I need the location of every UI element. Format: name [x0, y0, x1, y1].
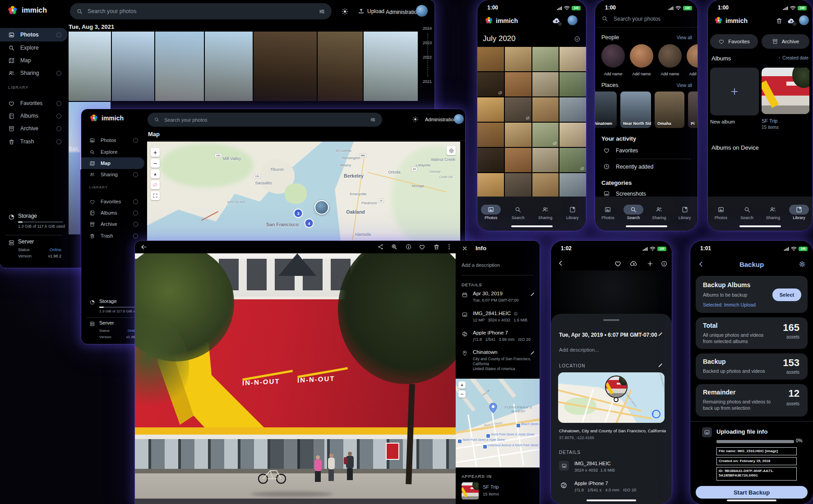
edit-date-icon[interactable]: [530, 292, 535, 297]
edit-date-icon[interactable]: [657, 331, 663, 337]
photo-thumbnail[interactable]: [477, 123, 504, 147]
archive-button[interactable]: Archive: [762, 34, 809, 49]
recently-added-row[interactable]: Recently added: [595, 162, 698, 173]
sidebar-item-photos[interactable]: Photos: [81, 134, 144, 146]
add-description-field[interactable]: Add description...: [559, 347, 599, 353]
places-view-all-link[interactable]: View all: [677, 83, 692, 88]
add-name-label[interactable]: Add name: [658, 72, 682, 76]
photo-thumbnail[interactable]: [477, 47, 504, 71]
file-info-icon[interactable]: [513, 312, 518, 316]
nav-item-photos[interactable]: Photos: [481, 205, 501, 220]
photo-thumbnail[interactable]: [532, 72, 559, 96]
new-album-card[interactable]: [710, 68, 759, 115]
photo-thumbnail[interactable]: [477, 97, 504, 122]
zoom-out-button[interactable]: −: [458, 390, 466, 398]
add-name-label[interactable]: Add name: [687, 72, 698, 76]
zoom-in-button[interactable]: +: [458, 381, 466, 389]
home-indicator[interactable]: [739, 225, 781, 227]
delete-icon[interactable]: [433, 243, 440, 250]
album-name[interactable]: SF Trip: [762, 118, 777, 124]
album-cover[interactable]: [462, 482, 479, 499]
photo-thumbnail[interactable]: [477, 72, 504, 96]
add-name-label[interactable]: Add name: [630, 72, 653, 76]
place-card[interactable]: Chinatown: [595, 92, 617, 128]
sidebar-item-explore[interactable]: Explore: [0, 41, 68, 55]
sync-cloud-button[interactable]: [552, 17, 561, 25]
filter-sliders-icon[interactable]: [370, 117, 376, 123]
sync-cloud-button[interactable]: [787, 17, 795, 25]
album-cover[interactable]: [762, 68, 809, 114]
zoom-icon[interactable]: [391, 243, 397, 250]
sidebar-item-explore[interactable]: Explore: [81, 146, 144, 158]
map-settings-button[interactable]: [447, 146, 456, 155]
photo-thumbnail[interactable]: [559, 72, 586, 96]
photo-thumbnail[interactable]: [532, 123, 559, 147]
sidebar-item-trash[interactable]: Trash: [81, 230, 144, 242]
share-icon[interactable]: [377, 243, 384, 250]
start-backup-button[interactable]: Start Backup: [696, 486, 808, 499]
sidebar-item-albums[interactable]: Albums: [81, 207, 144, 219]
add-name-label[interactable]: Add name: [601, 72, 625, 76]
person-item[interactable]: Add name: [630, 44, 653, 76]
sidebar-item-map[interactable]: Map: [81, 157, 144, 169]
favorites-row[interactable]: Favorites: [595, 146, 698, 157]
info-icon[interactable]: [661, 260, 668, 267]
place-card[interactable]: Omaha: [655, 92, 684, 128]
nav-item-search[interactable]: Search: [624, 205, 643, 220]
close-icon[interactable]: [462, 245, 468, 252]
photo-thumbnail[interactable]: [254, 32, 317, 101]
settings-gear-icon[interactable]: [799, 261, 806, 268]
map-info-icon[interactable]: i: [652, 410, 661, 418]
select-all-icon[interactable]: [574, 36, 581, 42]
favorites-button[interactable]: Favorites: [710, 34, 758, 49]
nav-item-search[interactable]: Search: [737, 205, 757, 220]
filter-sliders-icon[interactable]: [319, 8, 325, 15]
map-photo-marker[interactable]: [314, 200, 329, 215]
photo-thumbnail[interactable]: [505, 97, 531, 122]
administration-link[interactable]: Administration: [425, 117, 457, 122]
photo-map-marker[interactable]: [605, 376, 628, 402]
sidebar-item-archive[interactable]: Archive: [81, 218, 144, 230]
photo-thumbnail[interactable]: [532, 97, 559, 122]
photo-thumbnail[interactable]: [559, 123, 586, 147]
favorite-icon[interactable]: [419, 243, 425, 250]
search-input[interactable]: Search your photos: [601, 15, 661, 22]
nav-item-library[interactable]: Library: [789, 205, 809, 220]
photo-thumbnail[interactable]: [505, 123, 531, 147]
place-card[interactable]: Pi: [688, 92, 698, 128]
nav-item-sharing[interactable]: Sharing: [649, 205, 669, 220]
photo-thumbnail[interactable]: [559, 47, 586, 71]
back-icon[interactable]: [140, 243, 148, 251]
sidebar-item-sharing[interactable]: Sharing: [81, 169, 144, 180]
nav-item-library[interactable]: Library: [563, 205, 582, 220]
edit-location-icon[interactable]: [657, 362, 663, 368]
heatmap-toggle-button[interactable]: [151, 180, 160, 189]
compass-button[interactable]: ▲: [151, 170, 160, 179]
album-name[interactable]: SF Trip: [483, 484, 499, 490]
map-cluster-marker[interactable]: 3: [294, 209, 303, 218]
back-chevron-icon[interactable]: [557, 260, 564, 267]
sort-button[interactable]: ↑ Created date: [778, 55, 808, 60]
edit-location-icon[interactable]: [530, 350, 535, 356]
photo-main[interactable]: IN-N-OUT IN-N-OUT: [135, 253, 456, 504]
timeline-year[interactable]: 2022: [423, 55, 432, 60]
photo-preview-dark[interactable]: [551, 270, 672, 314]
photo-thumbnail[interactable]: [112, 32, 154, 101]
sidebar-item-archive[interactable]: Archive: [0, 122, 68, 135]
timeline-year[interactable]: 2021: [423, 79, 432, 84]
zoom-in-button[interactable]: +: [151, 148, 160, 157]
photo-thumbnail[interactable]: [532, 148, 559, 172]
nav-item-sharing[interactable]: Sharing: [763, 205, 783, 220]
nav-item-library[interactable]: Library: [675, 205, 695, 220]
trash-icon[interactable]: [776, 17, 783, 24]
upload-button[interactable]: Upload: [358, 8, 384, 14]
sidebar-item-favorites[interactable]: Favorites: [81, 196, 144, 207]
user-avatar[interactable]: [454, 114, 464, 124]
place-card[interactable]: Near North Side: [620, 92, 651, 128]
add-description-field[interactable]: Add a description: [462, 262, 500, 268]
zoom-out-button[interactable]: −: [151, 159, 160, 168]
nav-item-sharing[interactable]: Sharing: [536, 205, 555, 220]
person-item[interactable]: Add name: [601, 44, 625, 76]
photo-thumbnail[interactable]: [205, 32, 253, 101]
cloud-download-icon[interactable]: [630, 260, 638, 268]
